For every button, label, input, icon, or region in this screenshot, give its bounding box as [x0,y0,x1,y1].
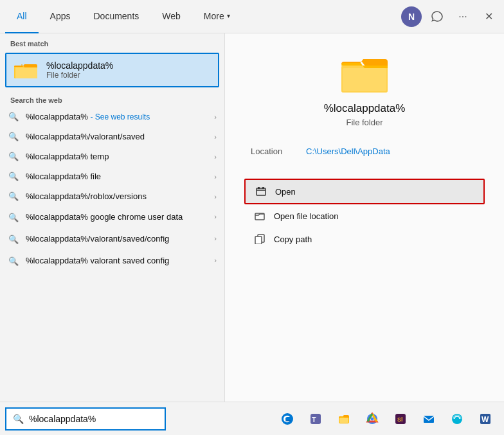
detail-location: Location C:\Users\Dell\AppData [238,143,491,160]
open-label: Open [275,187,296,197]
list-item[interactable]: 🔍 %localappdata% google chrome user data… [0,206,224,228]
taskbar-word[interactable]: W [472,405,499,432]
chevron-right-icon: › [214,113,217,121]
chevron-down-icon: ▾ [227,12,230,19]
open-action[interactable]: Open [244,179,485,204]
search-result-text: %localappdata% temp [26,152,208,161]
open-file-location-action[interactable]: Open file location [244,204,485,227]
search-icon: 🔍 [8,152,19,161]
search-result-text: %localappdata% google chrome user data [26,211,208,223]
svg-rect-2 [15,67,37,78]
search-result-text: %localappdata% valorant saved config [26,255,208,267]
avatar[interactable]: N [401,6,422,27]
svg-text:W: W [482,415,489,424]
location-link[interactable]: C:\Users\Dell\AppData [306,146,390,156]
list-item[interactable]: 🔍 %localappdata%/valorant/saved/config › [0,228,224,250]
taskbar-vpn[interactable] [444,405,471,432]
best-match-item[interactable]: %localappdata% File folder [5,53,219,87]
list-item[interactable]: 🔍 %localappdata%/valorant/saved › [0,127,224,146]
best-match-info: %localappdata% File folder [46,60,113,80]
search-icon: 🔍 [8,112,19,121]
search-result-text: %localappdata%/valorant/saved [26,132,208,141]
main-layout: Best match %localappdata% File folder Se… [0,33,504,402]
search-icon: 🔍 [8,172,19,181]
list-item[interactable]: 🔍 %localappdata% temp › [0,146,224,166]
search-result-text: %localappdata%/valorant/saved/config [26,233,208,245]
tab-documents[interactable]: Documents [82,0,150,33]
nav-right-controls: N ··· ✕ [401,6,499,27]
taskbar-mail[interactable] [415,405,442,432]
list-item[interactable]: 🔍 %localappdata% - See web results › [0,107,224,127]
folder-icon [14,60,39,80]
svg-rect-6 [343,68,386,91]
search-icon: 🔍 [8,132,19,141]
svg-rect-8 [258,187,260,189]
right-panel: %localappdata% File folder Location C:\U… [225,33,504,402]
open-file-location-label: Open file location [274,211,338,221]
search-icon: 🔍 [8,235,19,244]
taskbar-apps: T Sl [274,405,504,432]
tab-web[interactable]: Web [150,0,192,33]
chevron-right-icon: › [214,256,217,264]
chevron-right-icon: › [214,133,217,141]
svg-rect-23 [424,416,434,423]
tab-more[interactable]: More ▾ [192,0,242,33]
taskbar-teams[interactable]: T [302,405,329,432]
best-match-name: %localappdata% [46,60,113,71]
search-result-text: %localappdata%/roblox/versions [26,191,208,201]
list-item[interactable]: 🔍 %localappdata%/roblox/versions › [0,186,224,206]
action-list: Open Open file location [238,179,491,251]
taskbar-chrome[interactable] [359,405,386,432]
list-item[interactable]: 🔍 %localappdata% valorant saved config › [0,250,224,272]
chevron-right-icon: › [214,213,217,220]
taskbar-edge[interactable] [274,405,301,432]
tab-all[interactable]: All [5,0,39,33]
taskbar-explorer[interactable] [330,405,357,432]
chevron-right-icon: › [214,193,217,200]
svg-rect-7 [256,188,266,195]
taskbar-search[interactable]: 🔍 [5,407,166,431]
chevron-right-icon: › [214,235,217,242]
more-options-icon[interactable]: ··· [453,6,473,27]
tab-apps[interactable]: Apps [39,0,82,33]
nav-tabs: All Apps Documents Web More ▾ [5,0,401,33]
open-icon [255,185,267,198]
svg-rect-17 [339,418,348,423]
top-navigation: All Apps Documents Web More ▾ N ··· ✕ [0,0,504,33]
best-match-label: Best match [0,33,224,50]
search-result-text: %localappdata% file [26,172,208,181]
search-icon: 🔍 [8,191,19,201]
location-label: Location [251,146,296,156]
copy-path-icon [253,233,266,245]
svg-rect-12 [255,236,262,244]
copy-path-action[interactable]: Copy path [244,227,485,251]
svg-point-20 [371,417,374,420]
search-icon: 🔍 [8,256,19,266]
detail-folder-icon [339,53,390,94]
svg-text:T: T [312,416,316,423]
best-match-type: File folder [46,71,113,80]
taskbar-search-icon: 🔍 [13,414,24,424]
chevron-right-icon: › [214,153,217,161]
svg-rect-9 [262,187,264,189]
left-panel: Best match %localappdata% File folder Se… [0,33,225,402]
svg-point-13 [282,413,293,425]
search-web-label: Search the web [0,90,224,107]
detail-type: File folder [346,118,382,127]
search-icon: 🔍 [8,213,19,222]
close-icon[interactable]: ✕ [478,6,499,27]
search-result-text: %localappdata% - See web results [26,112,208,121]
taskbar-slack[interactable]: Sl [387,405,414,432]
taskbar-search-input[interactable] [29,414,158,424]
chevron-right-icon: › [214,173,217,181]
copy-path-label: Copy path [274,235,312,244]
detail-name: %localappdata% [324,102,406,115]
feedback-icon[interactable] [427,6,447,27]
taskbar: 🔍 T [0,402,504,435]
list-item[interactable]: 🔍 %localappdata% file › [0,166,224,186]
open-file-location-icon [253,209,266,222]
svg-text:Sl: Sl [397,416,403,423]
